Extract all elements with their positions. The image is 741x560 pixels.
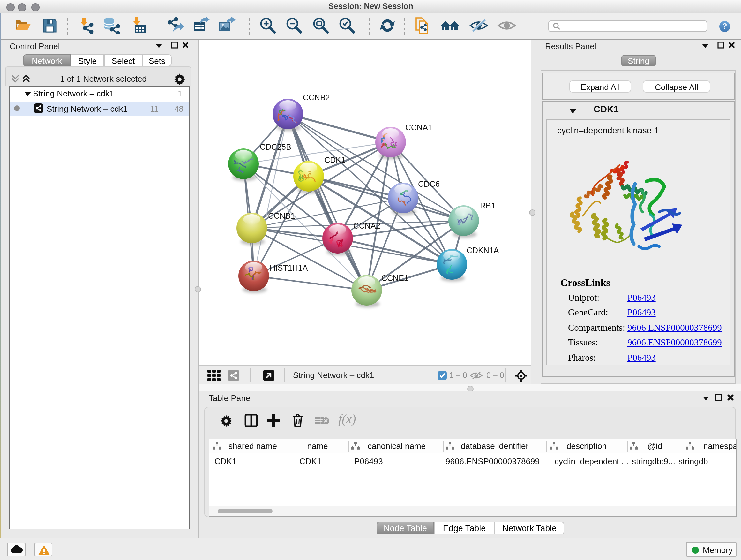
svg-text:RB1: RB1 xyxy=(480,201,495,210)
svg-text:CCNB2: CCNB2 xyxy=(303,93,330,102)
svg-text:CDC6: CDC6 xyxy=(418,179,440,188)
svg-text:HIST1H1A: HIST1H1A xyxy=(270,263,308,272)
svg-text:CDC25B: CDC25B xyxy=(260,142,291,151)
svg-text:CCNB1: CCNB1 xyxy=(268,211,295,220)
svg-text:CCNA2: CCNA2 xyxy=(353,221,381,230)
svg-text:CCNE1: CCNE1 xyxy=(381,273,408,283)
svg-text:CCNA1: CCNA1 xyxy=(405,123,432,132)
svg-text:CDKN1A: CDKN1A xyxy=(467,246,499,255)
svg-text:CDK1: CDK1 xyxy=(324,155,346,165)
